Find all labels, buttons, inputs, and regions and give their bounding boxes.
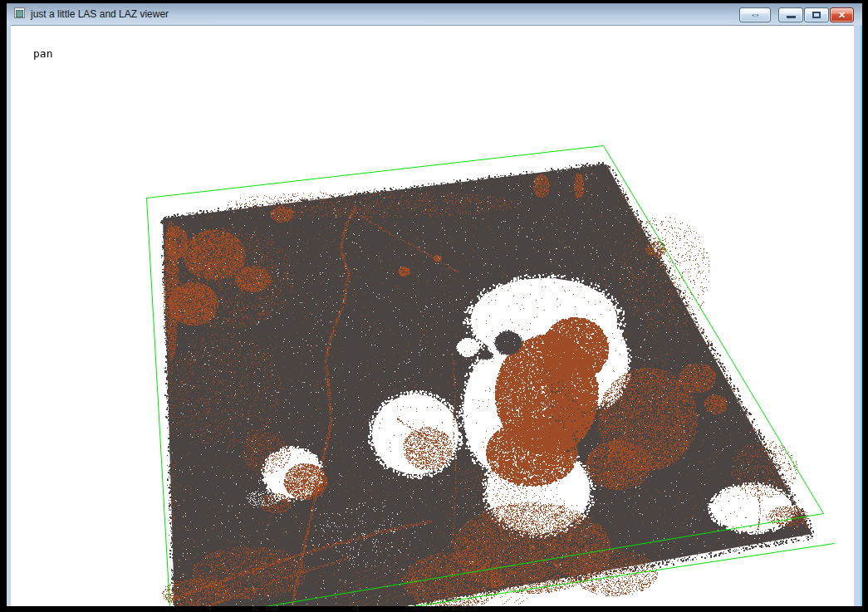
title-bar[interactable]: just a little LAS and LAZ viewer ⇔ ✕ [7, 3, 862, 26]
double-arrow-icon: ⇔ [750, 8, 761, 21]
resize-toggle-button[interactable]: ⇔ [739, 7, 771, 22]
close-button[interactable]: ✕ [830, 7, 854, 22]
app-icon-glyph [16, 10, 23, 17]
viewer-client-area: pan [11, 26, 854, 606]
mode-label: pan [33, 47, 52, 60]
minimize-icon [787, 16, 796, 18]
app-icon[interactable] [14, 7, 25, 18]
window-border-right-glow [861, 25, 862, 606]
maximize-button[interactable] [804, 7, 829, 22]
window-title: just a little LAS and LAZ viewer [31, 3, 169, 25]
screenshot-frame: { "window": { "title": "just a little LA… [0, 0, 868, 612]
point-cloud-viewport[interactable] [11, 26, 854, 606]
window-border-right [854, 25, 861, 606]
close-icon: ✕ [838, 10, 846, 20]
maximize-icon [812, 12, 821, 18]
minimize-button[interactable] [778, 7, 803, 22]
